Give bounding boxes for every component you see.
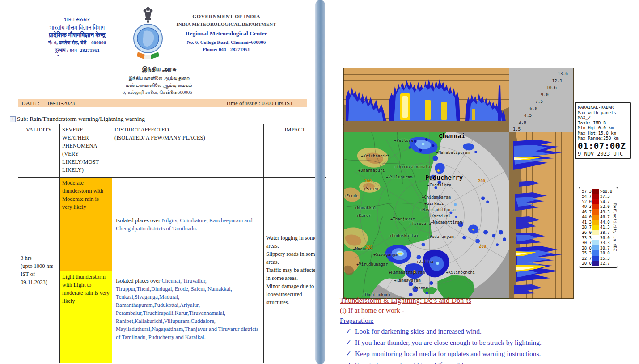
radar-info-line: Max with panels [578,110,628,115]
map-place-label: +Ramanathapuram [389,270,425,275]
map-place-label: +Thiruvannamalai [394,165,433,169]
map-place-label: +Villupuram [386,175,413,179]
document-page-left: भारत सरकार भारतीय मौसम विज्ञान विभाग प्र… [0,0,314,364]
checklist-item: ✓Look for darkening skies and increased … [340,327,637,335]
radar-scan-time: 01:07:00Z [578,141,628,151]
map-place-label: +Karaikal [429,214,451,218]
karaikal-radar-image: 13.612.110.69.07.56.04.53.01.5 [343,68,574,299]
legend-row: 36.038.7 [580,230,613,235]
legend-color-swatch [592,189,599,194]
radar-info-line: Max Range:250 km [578,135,628,141]
height-tick-label: 9.0 [541,92,549,97]
tamil-line: இந்திய வானிலை ஆய்வு துறை [107,75,210,81]
date-label: DATE : [18,99,47,107]
map-place-label: Puducherry [425,174,463,181]
table-move-handle-icon[interactable]: + [10,116,16,122]
tamil-line: 6, கல்லூரி சாலை, சென்னை600006 - [107,89,210,95]
legend-color-swatch [592,230,599,235]
phenomenon-cell-light: Light thunderstorm with Light to moderat… [60,271,112,363]
centre-line: Regional Meteorological Centre [174,30,278,37]
checkmark-icon: ✓ [346,350,351,358]
legend-row: 30.733.3 [580,240,613,245]
address-line: No. 6, College Road, Chennai–600006 [174,39,278,45]
range-ring-label: 200 [364,179,372,183]
legend-lower-bound: 46.7 [580,210,592,214]
table-header-row: VALIDITY SEVERE WEATHER PHENOMENA (VERY … [18,124,326,178]
legend-upper-bound: 41.3 [600,225,613,229]
radar-info-line: Task: IMD-B [578,120,628,126]
imd-logo [131,4,165,61]
checklist-item-text: Keep monitoring local media for updates … [355,350,541,357]
radar-info-line: Max Hgt:15.0 km [578,131,628,136]
table-row: 3 hrs (upto 1000 hrs IST of 09.11.2023) … [18,178,326,271]
page-divider-bar [315,0,325,364]
district-prefix: Isolated places over [116,278,160,284]
phenomenon-cell-moderate: Moderate thunderstorm with Moderate rain… [60,178,112,271]
legend-lower-bound: 44.0 [580,215,592,219]
legend-upper-bound: 33.3 [600,241,613,245]
legend-lower-bound: 52.0 [580,199,592,204]
dept-line: INDIA METEOROLOGICAL DEPARTMENT [174,21,278,27]
date-bar: DATE : 09-11-2023 Time of issue : 0700 H… [18,99,307,107]
height-tick-label: 12.1 [552,78,563,83]
legend-color-swatch [592,194,599,199]
hindi-line: नं: 6, कालेज रोड, चेन्नै – 600006 [31,39,123,47]
letterhead-english: GOVERNMENT OF INDIA INDIA METEOROLOGICAL… [174,13,278,52]
dos-donts-title: Thunderstorm & Lightning: Do's and Don’t… [340,296,637,305]
map-place-label: +Nagapattinam [431,220,462,224]
legend-row: 54.757.3 [580,194,613,199]
legend-lower-bound: 49.3 [580,204,592,209]
map-place-label: Chennai [439,132,465,140]
legend-lower-bound: 28.0 [580,246,592,250]
map-place-label: +Mayiladuthurai [420,207,456,212]
legend-lower-bound: 30.7 [580,241,592,245]
height-tick-label: 1.5 [513,127,521,131]
checkmark-icon: ✓ [346,339,351,347]
map-place-label: +Vellore [394,138,413,143]
legend-lower-bound: 36.0 [580,230,592,235]
subject-row: + Sub: Rain/Thunderstorm warning/Lightni… [10,115,145,123]
map-place-label: +Cuddalore [427,183,451,187]
height-tick-label: 13.6 [558,71,568,76]
map-place-label: +Sivaganga [373,252,398,257]
header-district: DISTRICT AFFECTED (ISOLATED/ A FEW/MANY … [112,124,264,178]
legend-upper-bound: 28.0 [600,251,613,255]
district-prefix: Isolated places over [116,217,160,224]
header-validity: VALIDITY [18,124,60,178]
height-tick-label: 7.5 [535,99,543,104]
legend-color-swatch [592,240,599,245]
map-place-label: +Krishnagiri [361,154,390,158]
legend-row: 25.328.0 [580,250,613,256]
legend-lower-bound: 33.3 [580,236,592,240]
legend-upper-bound: 22.7 [600,261,613,266]
reflectivity-legend: 57.3>60.054.757.352.054.749.352.046.749.… [579,187,618,268]
radar-yz-cross-section [509,132,574,299]
validity-cell: 3 hrs (upto 1000 hrs IST of 09.11.2023) [18,178,60,363]
letterhead-tamil: இந்திய அரசு இந்திய வானிலை ஆய்வு துறை மண்… [107,65,210,95]
warning-table: VALIDITY SEVERE WEATHER PHENOMENA (VERY … [18,124,326,363]
map-place-label: +Virudhunagar [356,262,388,267]
date-value: 09-11-2023 [47,100,226,107]
legend-row: 44.046.7 [580,215,613,220]
legend-color-swatch [592,209,599,215]
height-tick-label: 6.0 [530,106,537,111]
map-place-label: +Jaffna [416,259,433,264]
subject-text: Sub: Rain/Thunderstorm warning/Lightning… [17,115,145,123]
legend-color-swatch [592,261,599,266]
legend-color-swatch [592,250,599,256]
legend-row: 38.741.3 [580,225,613,230]
radar-map-panel: Chennai+Vellore+Krishnagiri+Mahabalipura… [343,132,509,299]
letterhead-hindi: भारत सरकार भारतीय मौसम विज्ञान विभाग प्र… [31,16,123,54]
radar-scan-date: 9 NOV 2023 UTC [578,151,628,157]
legend-color-swatch [592,220,599,225]
radar-info-line: MAX_Z [578,115,628,120]
legend-row: 41.344.0 [580,220,613,225]
range-ring-label: 200 [365,245,372,250]
legend-row: 20.022.7 [580,261,613,266]
letterhead-dash: - [57,52,59,59]
legend-lower-bound: 38.7 [580,225,592,229]
legend-color-swatch [592,215,599,220]
dos-donts-subtitle: (i) If at home or work - [340,306,637,314]
height-tick-label: 4.5 [524,113,532,118]
legend-row: 22.725.3 [580,256,613,261]
